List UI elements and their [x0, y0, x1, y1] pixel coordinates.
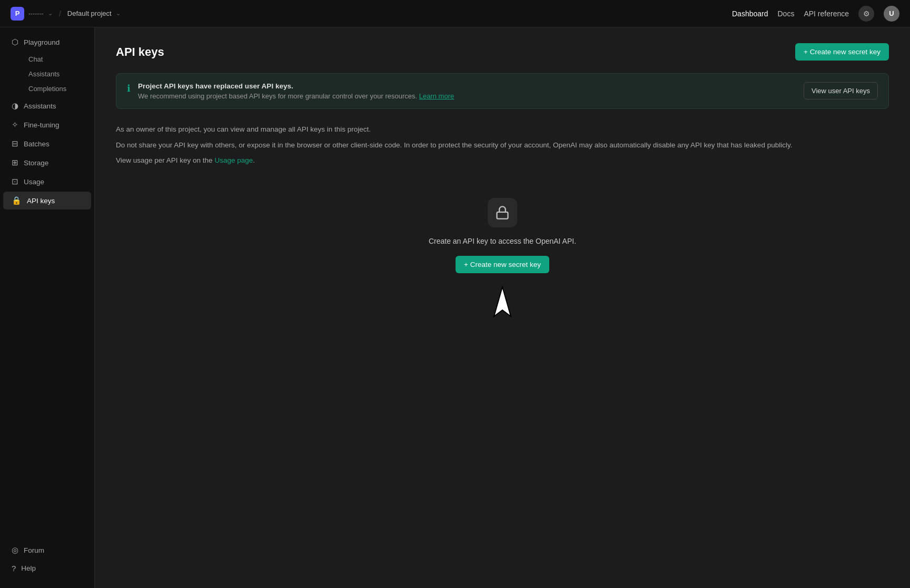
- topnav-left: P ········ ⌄ / Default project ⌄: [11, 7, 121, 21]
- main-content: API keys + Create new secret key ℹ Proje…: [95, 27, 910, 588]
- assistants-sub-label: Assistants: [28, 70, 60, 78]
- create-secret-key-button-top[interactable]: + Create new secret key: [795, 43, 889, 61]
- avatar[interactable]: U: [884, 6, 899, 22]
- svg-marker-1: [494, 287, 511, 316]
- nav-api-reference[interactable]: API reference: [804, 9, 849, 18]
- storage-icon: ⊞: [12, 158, 18, 167]
- sidebar-item-completions-sub[interactable]: Completions: [23, 82, 91, 96]
- api-keys-label: API keys: [27, 197, 55, 205]
- forum-icon: ◎: [12, 545, 18, 555]
- description-2: Do not share your API key with others, o…: [116, 139, 889, 151]
- info-banner: ℹ Project API keys have replaced user AP…: [116, 73, 889, 109]
- info-banner-left: ℹ Project API keys have replaced user AP…: [127, 82, 454, 100]
- description-1: As an owner of this project, you can vie…: [116, 124, 889, 135]
- sidebar-item-api-keys[interactable]: 🔒 API keys: [3, 192, 91, 210]
- sidebar-item-help[interactable]: ? Help: [3, 560, 91, 577]
- topnav: P ········ ⌄ / Default project ⌄ Dashboa…: [0, 0, 910, 27]
- breadcrumb-separator: /: [59, 9, 61, 18]
- project-chevron-icon[interactable]: ⌄: [116, 10, 121, 17]
- topnav-right: Dashboard Docs API reference ⚙ U: [732, 6, 899, 22]
- sidebar-item-batches[interactable]: ⊟ Batches: [3, 135, 91, 153]
- description-3: View usage per API key on the Usage page…: [116, 155, 889, 166]
- nav-dashboard[interactable]: Dashboard: [732, 9, 768, 18]
- usage-label: Usage: [24, 178, 44, 186]
- settings-button[interactable]: ⚙: [858, 6, 874, 22]
- chat-label: Chat: [28, 55, 43, 63]
- help-icon: ?: [12, 564, 16, 573]
- fine-tuning-icon: ✧: [12, 120, 18, 129]
- sidebar-item-usage[interactable]: ⊡ Usage: [3, 173, 91, 191]
- page-title: API keys: [116, 45, 164, 59]
- lock-icon-container: [488, 198, 517, 227]
- batches-icon: ⊟: [12, 139, 18, 148]
- sidebar-item-assistants[interactable]: ◑ Assistants: [3, 97, 91, 115]
- sidebar-item-playground[interactable]: ⬡ Playground: [3, 33, 91, 51]
- sidebar-item-chat[interactable]: Chat: [23, 52, 91, 66]
- sidebar-item-fine-tuning[interactable]: ✧ Fine-tuning: [3, 116, 91, 134]
- page-header: API keys + Create new secret key: [116, 43, 889, 61]
- assistants-label: Assistants: [24, 102, 56, 110]
- fine-tuning-label: Fine-tuning: [24, 121, 60, 129]
- batches-label: Batches: [24, 140, 50, 148]
- sidebar-bottom: ◎ Forum ? Help: [0, 541, 94, 583]
- playground-icon: ⬡: [12, 37, 18, 47]
- lock-svg-icon: [495, 205, 510, 220]
- assistants-icon: ◑: [12, 101, 18, 111]
- usage-icon: ⊡: [12, 177, 18, 186]
- org-chevron-icon[interactable]: ⌄: [48, 10, 53, 17]
- info-circle-icon: ℹ: [127, 83, 131, 94]
- sidebar-item-label: Playground: [24, 38, 60, 46]
- learn-more-link[interactable]: Learn more: [419, 92, 454, 100]
- sidebar: ⬡ Playground Chat Assistants Completions…: [0, 27, 95, 588]
- sidebar-sub-playground: Chat Assistants Completions: [0, 52, 94, 96]
- completions-sub-label: Completions: [28, 85, 66, 93]
- layout: ⬡ Playground Chat Assistants Completions…: [0, 27, 910, 588]
- project-name: Default project: [67, 9, 112, 17]
- info-banner-title: Project API keys have replaced user API …: [138, 82, 454, 90]
- svg-rect-0: [497, 212, 508, 219]
- empty-state-title: Create an API key to access the OpenAI A…: [429, 237, 576, 245]
- arrow-up-cursor-icon: [493, 286, 512, 317]
- storage-label: Storage: [24, 159, 48, 167]
- help-label: Help: [21, 564, 36, 572]
- create-secret-key-button-center[interactable]: + Create new secret key: [456, 256, 549, 273]
- info-banner-body: We recommend using project based API key…: [138, 92, 454, 100]
- sidebar-item-forum[interactable]: ◎ Forum: [3, 541, 91, 559]
- cursor-arrow: [493, 286, 512, 319]
- org-name: ········: [28, 9, 44, 17]
- info-banner-content: Project API keys have replaced user API …: [138, 82, 454, 100]
- api-keys-icon: 🔒: [12, 196, 22, 205]
- sidebar-item-assistants-sub[interactable]: Assistants: [23, 67, 91, 81]
- org-badge[interactable]: P: [11, 7, 24, 21]
- view-user-api-keys-button[interactable]: View user API keys: [804, 82, 878, 99]
- forum-label: Forum: [24, 546, 44, 554]
- sidebar-item-storage[interactable]: ⊞ Storage: [3, 154, 91, 172]
- usage-page-link[interactable]: Usage page: [214, 156, 253, 164]
- empty-state: Create an API key to access the OpenAI A…: [116, 198, 889, 319]
- nav-docs[interactable]: Docs: [777, 9, 794, 18]
